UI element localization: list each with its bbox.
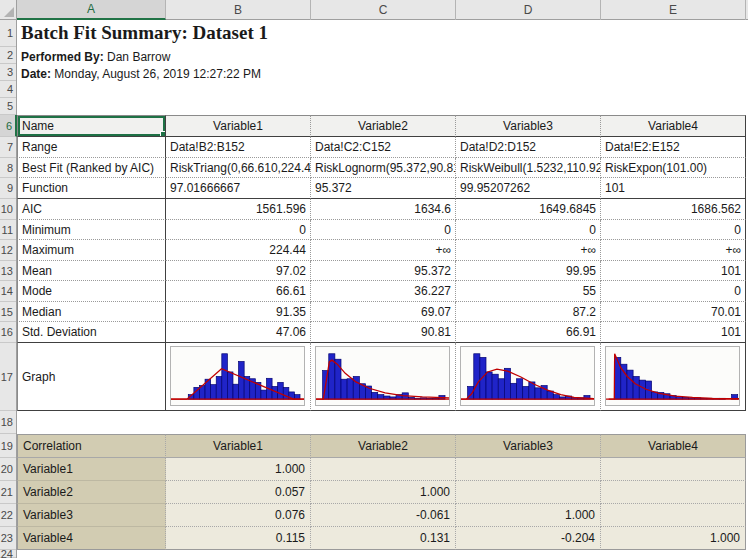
- corr-row-label[interactable]: Variable1: [17, 458, 166, 481]
- stat-cell[interactable]: 91.35: [166, 302, 311, 322]
- row-header-10[interactable]: 10: [0, 199, 16, 220]
- row-header-3[interactable]: 3: [0, 64, 16, 81]
- stat-cell[interactable]: 99.95: [456, 261, 601, 281]
- stat-label-graph[interactable]: Graph: [17, 343, 166, 411]
- stat-cell[interactable]: RiskTriang(0,66.610,224.44): [166, 158, 311, 178]
- row-header-12[interactable]: 12: [0, 240, 16, 261]
- column-header-A[interactable]: A: [17, 0, 166, 20]
- row-header-8[interactable]: 8: [0, 158, 16, 178]
- stat-cell[interactable]: 0: [166, 220, 311, 240]
- stat-cell[interactable]: Data!E2:E152: [601, 137, 746, 158]
- stat-label-maximum[interactable]: Maximum: [17, 240, 166, 261]
- row-header-9[interactable]: 9: [0, 178, 16, 199]
- stat-label-mode[interactable]: Mode: [17, 281, 166, 302]
- corr-cell[interactable]: 0.076: [166, 504, 311, 527]
- stat-cell[interactable]: 97.02: [166, 261, 311, 281]
- histogram-chart-variable1[interactable]: [170, 346, 305, 406]
- row-header-1[interactable]: 1: [0, 20, 16, 47]
- stat-cell[interactable]: RiskLognorm(95.372,90.810): [311, 158, 456, 178]
- stat-cell[interactable]: 101: [601, 322, 746, 343]
- stat-cell[interactable]: 90.81: [311, 322, 456, 343]
- stat-label-median[interactable]: Median: [17, 302, 166, 322]
- stat-cell[interactable]: 69.07: [311, 302, 456, 322]
- corr-row-label[interactable]: Variable4: [17, 527, 166, 550]
- stat-cell[interactable]: 87.2: [456, 302, 601, 322]
- corr-row-label[interactable]: Variable3: [17, 504, 166, 527]
- corr-cell[interactable]: -0.061: [311, 504, 456, 527]
- row-header-21[interactable]: 21: [0, 481, 16, 504]
- row-header-5[interactable]: 5: [0, 98, 16, 115]
- stat-cell[interactable]: 1634.6: [311, 199, 456, 220]
- corr-cell[interactable]: [456, 458, 601, 481]
- row-header-11[interactable]: 11: [0, 220, 16, 240]
- stat-cell[interactable]: 66.91: [456, 322, 601, 343]
- stat-cell[interactable]: 95.372: [311, 178, 456, 199]
- stat-cell[interactable]: RiskWeibull(1.5232,110.92): [456, 158, 601, 178]
- corr-cell[interactable]: [456, 481, 601, 504]
- row-header-4[interactable]: 4: [0, 81, 16, 98]
- stat-cell[interactable]: Data!B2:B152: [166, 137, 311, 158]
- cell-name-header[interactable]: Name: [17, 115, 166, 137]
- corr-cell[interactable]: [601, 458, 746, 481]
- row-header-7[interactable]: 7: [0, 137, 16, 158]
- corr-cell[interactable]: [311, 458, 456, 481]
- corr-cell[interactable]: 0.115: [166, 527, 311, 550]
- histogram-chart-variable3[interactable]: [460, 346, 595, 406]
- row-header-17[interactable]: 17: [0, 343, 16, 411]
- stat-cell[interactable]: RiskExpon(101.00): [601, 158, 746, 178]
- stat-cell[interactable]: 36.227: [311, 281, 456, 302]
- select-all-corner[interactable]: [0, 0, 17, 20]
- column-header-E[interactable]: E: [601, 0, 746, 20]
- stat-cell[interactable]: 0: [456, 220, 601, 240]
- stat-cell[interactable]: +∞: [311, 240, 456, 261]
- stat-cell[interactable]: 1686.562: [601, 199, 746, 220]
- stat-cell[interactable]: 224.44: [166, 240, 311, 261]
- column-header-B[interactable]: B: [166, 0, 311, 20]
- correlation-header-cell[interactable]: Correlation: [17, 434, 166, 458]
- stats-col-header-variable1[interactable]: Variable1: [166, 115, 311, 137]
- corr-cell[interactable]: -0.204: [456, 527, 601, 550]
- row-header-6[interactable]: 6: [0, 115, 17, 137]
- histogram-chart-variable4[interactable]: [605, 346, 740, 406]
- corr-col-header-variable4[interactable]: Variable4: [601, 434, 746, 458]
- row-header-13[interactable]: 13: [0, 261, 16, 281]
- corr-col-header-variable2[interactable]: Variable2: [311, 434, 456, 458]
- stat-cell[interactable]: 55: [456, 281, 601, 302]
- stat-label-range[interactable]: Range: [17, 137, 166, 158]
- stats-col-header-variable4[interactable]: Variable4: [601, 115, 746, 137]
- stats-col-header-variable3[interactable]: Variable3: [456, 115, 601, 137]
- stat-label-std-deviation[interactable]: Std. Deviation: [17, 322, 166, 343]
- corr-col-header-variable1[interactable]: Variable1: [166, 434, 311, 458]
- stat-cell[interactable]: 1649.6845: [456, 199, 601, 220]
- stat-cell[interactable]: +∞: [456, 240, 601, 261]
- row-header-22[interactable]: 22: [0, 504, 16, 527]
- stat-cell[interactable]: 0: [601, 281, 746, 302]
- corr-cell[interactable]: [601, 481, 746, 504]
- column-header-D[interactable]: D: [456, 0, 601, 20]
- row-header-14[interactable]: 14: [0, 281, 16, 302]
- stat-cell[interactable]: +∞: [601, 240, 746, 261]
- row-header-20[interactable]: 20: [0, 458, 16, 481]
- corr-row-label[interactable]: Variable2: [17, 481, 166, 504]
- histogram-chart-variable2[interactable]: [315, 346, 450, 406]
- row-header-16[interactable]: 16: [0, 322, 16, 343]
- row-header-19[interactable]: 19: [0, 434, 16, 458]
- corr-cell[interactable]: 0.131: [311, 527, 456, 550]
- stat-label-minimum[interactable]: Minimum: [17, 220, 166, 240]
- corr-cell[interactable]: [601, 504, 746, 527]
- stat-cell[interactable]: 101: [601, 261, 746, 281]
- stat-cell[interactable]: 99.95207262: [456, 178, 601, 199]
- stat-cell[interactable]: 47.06: [166, 322, 311, 343]
- stat-cell[interactable]: 70.01: [601, 302, 746, 322]
- row-header-24[interactable]: 24: [0, 550, 16, 558]
- corr-cell[interactable]: 1.000: [601, 527, 746, 550]
- selection-fill-handle[interactable]: [160, 131, 166, 137]
- stat-cell[interactable]: 66.61: [166, 281, 311, 302]
- stat-cell[interactable]: 97.01666667: [166, 178, 311, 199]
- row-header-15[interactable]: 15: [0, 302, 16, 322]
- corr-cell[interactable]: 1.000: [166, 458, 311, 481]
- stat-label-function[interactable]: Function: [17, 178, 166, 199]
- stat-label-aic[interactable]: AIC: [17, 199, 166, 220]
- corr-cell[interactable]: 1.000: [456, 504, 601, 527]
- row-header-2[interactable]: 2: [0, 47, 16, 64]
